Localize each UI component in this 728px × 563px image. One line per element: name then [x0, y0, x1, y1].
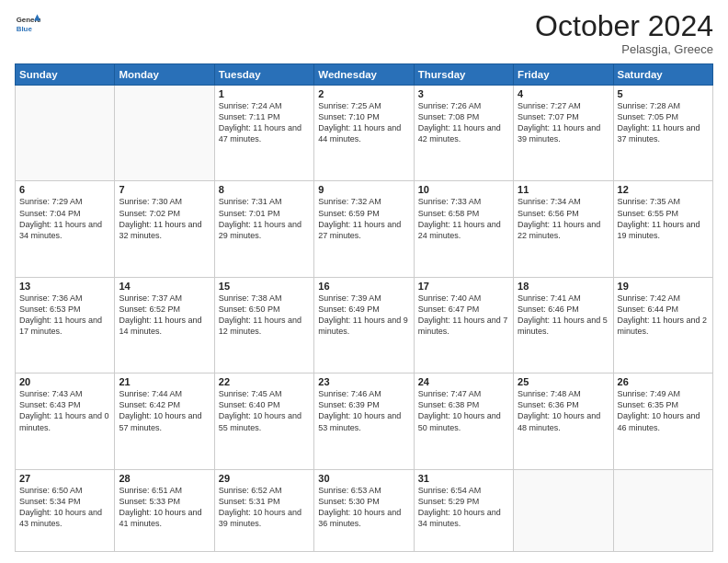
- day-number: 1: [219, 88, 310, 99]
- weekday-header-saturday: Saturday: [613, 64, 712, 86]
- generalblue-logo-icon: General Blue: [15, 11, 40, 37]
- day-number: 6: [19, 184, 110, 195]
- day-number: 21: [119, 376, 210, 387]
- day-number: 15: [219, 281, 310, 292]
- calendar-cell: 25Sunrise: 7:48 AM Sunset: 6:36 PM Dayli…: [514, 373, 613, 469]
- calendar-cell: 13Sunrise: 7:36 AM Sunset: 6:53 PM Dayli…: [16, 277, 115, 373]
- day-number: 5: [618, 88, 709, 99]
- calendar-week-row: 27Sunrise: 6:50 AM Sunset: 5:34 PM Dayli…: [16, 469, 713, 552]
- day-info: Sunrise: 7:47 AM Sunset: 6:38 PM Dayligh…: [418, 388, 509, 433]
- calendar-cell: [613, 469, 712, 552]
- calendar-cell: 12Sunrise: 7:35 AM Sunset: 6:55 PM Dayli…: [613, 181, 712, 277]
- day-number: 3: [418, 88, 509, 99]
- day-number: 7: [119, 184, 210, 195]
- calendar-cell: 27Sunrise: 6:50 AM Sunset: 5:34 PM Dayli…: [16, 469, 115, 552]
- calendar-cell: 31Sunrise: 6:54 AM Sunset: 5:29 PM Dayli…: [414, 469, 513, 552]
- day-number: 24: [418, 376, 509, 387]
- day-number: 22: [219, 376, 310, 387]
- calendar-cell: 16Sunrise: 7:39 AM Sunset: 6:49 PM Dayli…: [314, 277, 414, 373]
- day-info: Sunrise: 6:50 AM Sunset: 5:34 PM Dayligh…: [19, 485, 110, 530]
- day-number: 8: [219, 184, 310, 195]
- calendar-table: SundayMondayTuesdayWednesdayThursdayFrid…: [15, 63, 713, 552]
- day-info: Sunrise: 7:34 AM Sunset: 6:56 PM Dayligh…: [518, 196, 609, 241]
- calendar-cell: 7Sunrise: 7:30 AM Sunset: 7:02 PM Daylig…: [115, 181, 214, 277]
- calendar-cell: 17Sunrise: 7:40 AM Sunset: 6:47 PM Dayli…: [414, 277, 513, 373]
- day-info: Sunrise: 7:36 AM Sunset: 6:53 PM Dayligh…: [19, 293, 110, 338]
- calendar-cell: 11Sunrise: 7:34 AM Sunset: 6:56 PM Dayli…: [514, 181, 613, 277]
- calendar-cell: 29Sunrise: 6:52 AM Sunset: 5:31 PM Dayli…: [214, 469, 313, 552]
- day-info: Sunrise: 7:37 AM Sunset: 6:52 PM Dayligh…: [119, 293, 210, 338]
- day-info: Sunrise: 6:52 AM Sunset: 5:31 PM Dayligh…: [219, 485, 310, 530]
- day-number: 20: [19, 376, 110, 387]
- day-info: Sunrise: 7:48 AM Sunset: 6:36 PM Dayligh…: [518, 388, 609, 433]
- day-number: 25: [518, 376, 609, 387]
- day-info: Sunrise: 7:46 AM Sunset: 6:39 PM Dayligh…: [318, 388, 409, 433]
- calendar-cell: 2Sunrise: 7:25 AM Sunset: 7:10 PM Daylig…: [314, 86, 414, 181]
- calendar-cell: 4Sunrise: 7:27 AM Sunset: 7:07 PM Daylig…: [514, 86, 613, 181]
- day-info: Sunrise: 7:28 AM Sunset: 7:05 PM Dayligh…: [618, 100, 709, 145]
- day-info: Sunrise: 7:33 AM Sunset: 6:58 PM Dayligh…: [418, 196, 509, 241]
- day-info: Sunrise: 7:25 AM Sunset: 7:10 PM Dayligh…: [318, 100, 409, 145]
- day-info: Sunrise: 7:38 AM Sunset: 6:50 PM Dayligh…: [219, 293, 310, 338]
- day-number: 4: [518, 88, 609, 99]
- weekday-header-sunday: Sunday: [16, 64, 115, 86]
- day-info: Sunrise: 7:49 AM Sunset: 6:35 PM Dayligh…: [618, 388, 709, 433]
- calendar-cell: 19Sunrise: 7:42 AM Sunset: 6:44 PM Dayli…: [613, 277, 712, 373]
- day-info: Sunrise: 7:27 AM Sunset: 7:07 PM Dayligh…: [518, 100, 609, 145]
- calendar-week-row: 6Sunrise: 7:29 AM Sunset: 7:04 PM Daylig…: [16, 181, 713, 277]
- day-number: 11: [518, 184, 609, 195]
- month-title: October 2024: [535, 11, 713, 40]
- weekday-header-thursday: Thursday: [414, 64, 513, 86]
- calendar-cell: 6Sunrise: 7:29 AM Sunset: 7:04 PM Daylig…: [16, 181, 115, 277]
- day-number: 30: [318, 473, 409, 484]
- location: Pelasgia, Greece: [535, 42, 713, 56]
- calendar-week-row: 1Sunrise: 7:24 AM Sunset: 7:11 PM Daylig…: [16, 86, 713, 181]
- calendar-cell: 28Sunrise: 6:51 AM Sunset: 5:33 PM Dayli…: [115, 469, 214, 552]
- day-number: 18: [518, 281, 609, 292]
- day-number: 9: [318, 184, 409, 195]
- day-info: Sunrise: 7:41 AM Sunset: 6:46 PM Dayligh…: [518, 293, 609, 338]
- day-info: Sunrise: 7:45 AM Sunset: 6:40 PM Dayligh…: [219, 388, 310, 433]
- calendar-cell: 18Sunrise: 7:41 AM Sunset: 6:46 PM Dayli…: [514, 277, 613, 373]
- day-info: Sunrise: 7:26 AM Sunset: 7:08 PM Dayligh…: [418, 100, 509, 145]
- day-info: Sunrise: 6:51 AM Sunset: 5:33 PM Dayligh…: [119, 485, 210, 530]
- day-info: Sunrise: 7:40 AM Sunset: 6:47 PM Dayligh…: [418, 293, 509, 338]
- calendar-cell: 15Sunrise: 7:38 AM Sunset: 6:50 PM Dayli…: [214, 277, 313, 373]
- weekday-header-monday: Monday: [115, 64, 214, 86]
- day-number: 2: [318, 88, 409, 99]
- weekday-header-row: SundayMondayTuesdayWednesdayThursdayFrid…: [16, 64, 713, 86]
- weekday-header-wednesday: Wednesday: [314, 64, 414, 86]
- day-info: Sunrise: 7:29 AM Sunset: 7:04 PM Dayligh…: [19, 196, 110, 241]
- calendar-cell: 21Sunrise: 7:44 AM Sunset: 6:42 PM Dayli…: [115, 373, 214, 469]
- day-number: 12: [618, 184, 709, 195]
- day-number: 23: [318, 376, 409, 387]
- day-number: 31: [418, 473, 509, 484]
- logo: General Blue: [15, 11, 40, 37]
- calendar-cell: [115, 86, 214, 181]
- calendar-cell: 10Sunrise: 7:33 AM Sunset: 6:58 PM Dayli…: [414, 181, 513, 277]
- calendar-cell: [514, 469, 613, 552]
- calendar-cell: [16, 86, 115, 181]
- day-info: Sunrise: 7:44 AM Sunset: 6:42 PM Dayligh…: [119, 388, 210, 433]
- day-info: Sunrise: 7:31 AM Sunset: 7:01 PM Dayligh…: [219, 196, 310, 241]
- day-number: 19: [618, 281, 709, 292]
- calendar-cell: 23Sunrise: 7:46 AM Sunset: 6:39 PM Dayli…: [314, 373, 414, 469]
- calendar-cell: 30Sunrise: 6:53 AM Sunset: 5:30 PM Dayli…: [314, 469, 414, 552]
- day-info: Sunrise: 6:53 AM Sunset: 5:30 PM Dayligh…: [318, 485, 409, 530]
- calendar-week-row: 20Sunrise: 7:43 AM Sunset: 6:43 PM Dayli…: [16, 373, 713, 469]
- day-info: Sunrise: 7:24 AM Sunset: 7:11 PM Dayligh…: [219, 100, 310, 145]
- calendar-cell: 9Sunrise: 7:32 AM Sunset: 6:59 PM Daylig…: [314, 181, 414, 277]
- day-number: 28: [119, 473, 210, 484]
- svg-text:Blue: Blue: [17, 25, 33, 33]
- calendar-cell: 14Sunrise: 7:37 AM Sunset: 6:52 PM Dayli…: [115, 277, 214, 373]
- day-number: 17: [418, 281, 509, 292]
- weekday-header-friday: Friday: [514, 64, 613, 86]
- calendar-cell: 3Sunrise: 7:26 AM Sunset: 7:08 PM Daylig…: [414, 86, 513, 181]
- calendar-cell: 20Sunrise: 7:43 AM Sunset: 6:43 PM Dayli…: [16, 373, 115, 469]
- calendar-cell: 8Sunrise: 7:31 AM Sunset: 7:01 PM Daylig…: [214, 181, 313, 277]
- day-info: Sunrise: 7:43 AM Sunset: 6:43 PM Dayligh…: [19, 388, 110, 433]
- calendar-cell: 1Sunrise: 7:24 AM Sunset: 7:11 PM Daylig…: [214, 86, 313, 181]
- calendar-cell: 24Sunrise: 7:47 AM Sunset: 6:38 PM Dayli…: [414, 373, 513, 469]
- day-number: 16: [318, 281, 409, 292]
- title-block: October 2024 Pelasgia, Greece: [535, 11, 713, 56]
